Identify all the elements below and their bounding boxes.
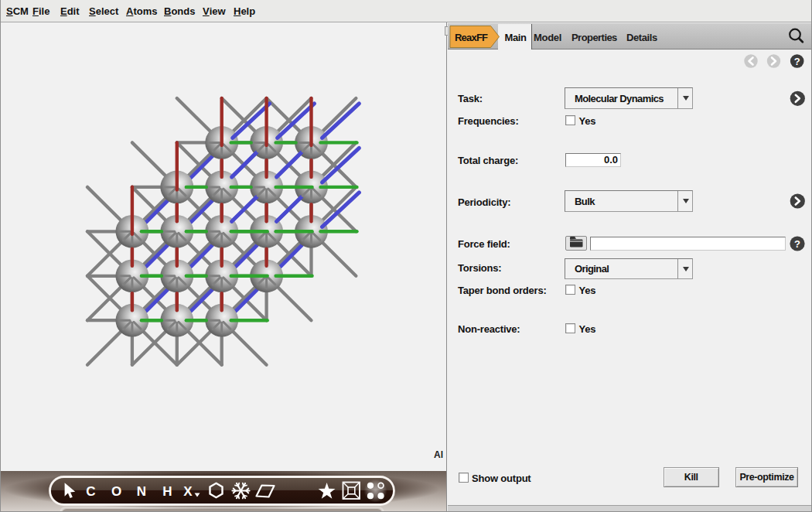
svg-text:H: H [162,484,172,499]
svg-text:X: X [183,484,193,499]
svg-text:?: ? [794,238,800,250]
svg-text:C: C [86,484,95,499]
svg-text:Al: Al [434,449,443,460]
svg-text:O: O [111,484,121,499]
svg-text:N: N [137,484,146,499]
svg-text:?: ? [794,56,800,67]
